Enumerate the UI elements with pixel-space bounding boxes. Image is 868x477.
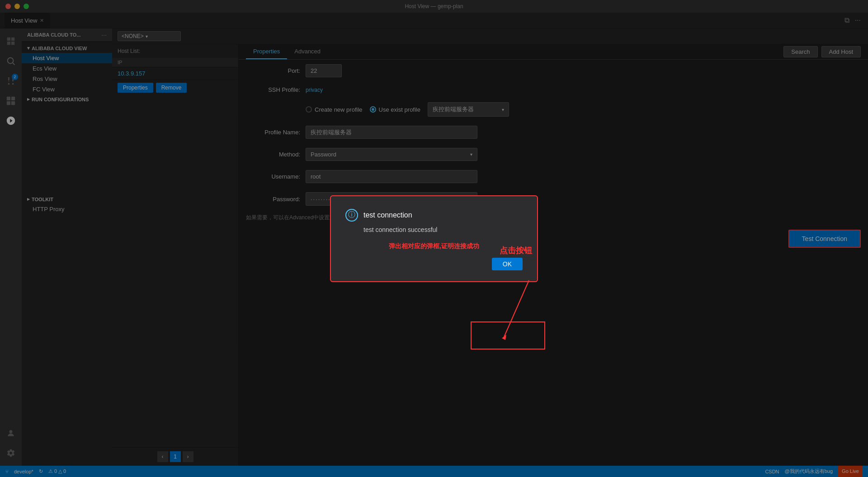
- modal-title: test connection: [363, 211, 412, 219]
- modal-info-icon: ⓘ: [345, 209, 358, 222]
- modal-message: test connection successful: [363, 226, 523, 233]
- modal-overlay: ⓘ test connection test connection succes…: [0, 0, 868, 477]
- modal-annotation: 弹出相对应的弹框,证明连接成功: [345, 242, 523, 250]
- modal-box: ⓘ test connection test connection succes…: [330, 195, 538, 282]
- modal-title-row: ⓘ test connection: [345, 209, 523, 222]
- modal-ok-button[interactable]: OK: [492, 258, 523, 270]
